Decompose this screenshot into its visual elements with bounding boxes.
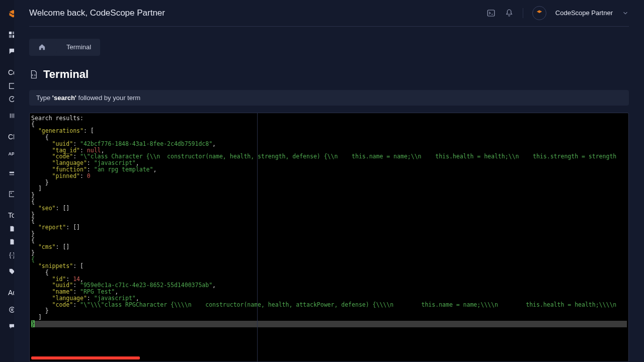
dashboard-icon [8,31,14,39]
avatar[interactable] [532,6,546,20]
horizontal-scrollbar[interactable] [31,356,140,359]
nav-section-cms: CMS [0,126,14,144]
sidebar-item-dashboard[interactable]: Dashboard [0,28,14,41]
lifebuoy-icon [8,306,14,314]
bell-icon[interactable] [505,9,514,18]
logo[interactable]: CODESCOPE [0,7,14,28]
sidebar-item-feedback[interactable]: Feedback [0,320,14,333]
sidebar-item-seo[interactable]: SEO [0,235,14,248]
terminal-split-line [257,113,258,361]
svg-point-9 [11,193,12,194]
file-icon [8,225,14,233]
sidebar-item-api-explorer[interactable]: API API Explorer [0,144,14,164]
sidebar-item-tag-manager[interactable]: Tag Manager [0,261,14,282]
sidebar-item-development[interactable]: Development [0,79,14,93]
page-heading: Terminal [43,68,89,81]
braces-icon: {·} [8,251,14,259]
tag-icon [8,267,14,276]
welcome-text: Welcome back, CodeScope Partner [29,8,165,18]
sidebar: CODESCOPE Dashboard Community ⚠ CodeScop… [0,0,14,362]
breadcrumb-current: Terminal [54,39,100,56]
chevron-down-icon[interactable] [622,10,629,17]
nav-section-tools: Tools [0,204,14,222]
svg-point-5 [10,97,14,102]
divider [523,8,523,18]
chat-icon [8,47,14,55]
main: Welcome back, CodeScope Partner CodeScop… [14,0,644,362]
terminal-output: Search results: { "generations": [ { "uu… [30,113,628,329]
search-hint: Type 'search' followed by your term [29,90,629,106]
home-icon [38,43,46,51]
topbar: Welcome back, CodeScope Partner CodeScop… [29,0,629,27]
sidebar-item-reporting[interactable]: Reporting [0,222,14,235]
breadcrumb: Terminal [29,39,629,56]
svg-rect-12 [488,10,495,16]
terminal-icon[interactable] [487,9,496,18]
file-code-icon [29,69,38,79]
layers-icon [8,170,14,178]
breadcrumb-home[interactable] [29,39,54,56]
sidebar-item-media-library[interactable]: Media Library [0,184,14,204]
sidebar-item-snippets[interactable]: {·} Snippets [0,248,14,261]
svg-point-11 [11,309,13,311]
svg-rect-7 [10,174,14,175]
sidebar-item-community[interactable]: Community ⚠ [0,41,14,61]
sidebar-item-support[interactable]: Support ⚠ [0,300,14,320]
api-icon: API [8,150,14,158]
svg-rect-2 [9,35,12,38]
logo-icon [8,9,14,19]
svg-rect-4 [10,83,14,89]
page-title: Terminal [29,68,629,81]
doc-icon [8,238,14,246]
nav-section-account: Account [0,282,14,300]
image-icon [8,190,14,198]
svg-point-10 [10,307,14,313]
matrix-icon [8,112,14,120]
gauge-icon [8,95,14,103]
sidebar-item-optimisation[interactable]: Optimisation [0,93,14,106]
box-icon [8,82,14,90]
terminal-window[interactable]: Search results: { "generations": [ { "uu… [29,113,629,362]
nav-section-codescope: CodeScope [0,61,14,79]
sidebar-item-build-matrix[interactable]: Build Matrix [0,106,14,126]
user-name[interactable]: CodeScope Partner [555,9,613,17]
sidebar-item-headless-cms[interactable]: Headless CMS [0,164,14,184]
svg-rect-6 [10,172,14,173]
svg-rect-8 [10,192,14,197]
svg-rect-0 [9,32,12,34]
comment-icon [8,322,14,330]
